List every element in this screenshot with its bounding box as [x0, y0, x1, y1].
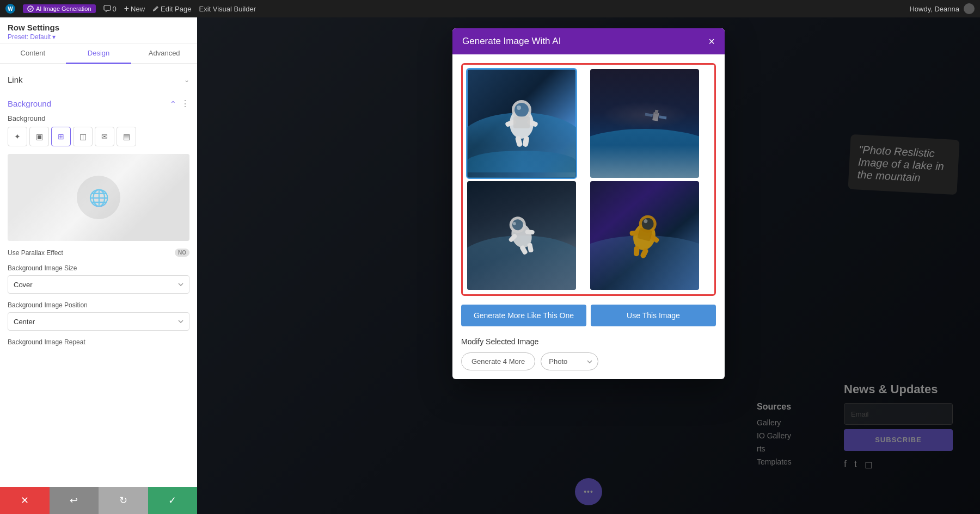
undo-button[interactable]: ↩ — [50, 487, 99, 514]
astronaut-4-svg — [616, 203, 672, 267]
modal-body: Generate More Like This One Use This Ima… — [452, 54, 725, 379]
exit-builder-button[interactable]: Exit Visual Builder — [199, 5, 256, 13]
bg-type-image[interactable]: ⊞ — [51, 127, 71, 146]
bg-type-pattern[interactable]: ✉ — [95, 127, 114, 146]
bg-type-color[interactable]: ▣ — [29, 127, 49, 146]
modal-actions: Generate More Like This One Use This Ima… — [461, 305, 716, 326]
tab-advanced[interactable]: Advanced — [131, 44, 197, 64]
modal-generate-image: Generate Image With AI × — [452, 28, 725, 379]
wordpress-logo[interactable]: W — [5, 4, 15, 14]
astronaut-3-svg — [495, 206, 548, 265]
image-grid — [467, 69, 710, 290]
modal-title: Generate Image With AI — [462, 36, 561, 47]
panel-body: Link ⌄ Background ⌃ ⋮ Background ✦ ▣ ⊞ ◫… — [0, 64, 197, 514]
image-size-label: Background Image Size — [8, 264, 189, 272]
panel-tabs: Content Design Advanced — [0, 44, 197, 64]
image-size-row: Background Image Size Cover — [8, 264, 189, 294]
astronaut-1-svg — [497, 94, 546, 153]
left-panel: Row Settings Preset: Default ▾ Content D… — [0, 17, 197, 514]
image-repeat-row: Background Image Repeat — [8, 338, 189, 346]
background-sublabel: Background — [8, 114, 189, 122]
new-button[interactable]: + New — [124, 4, 145, 14]
modify-section: Modify Selected Image Generate 4 More Ph… — [461, 337, 716, 370]
admin-bar-right: Howdy, Deanna — [909, 3, 975, 14]
background-section-header[interactable]: Background ⌃ ⋮ — [8, 93, 189, 114]
link-chevron-icon: ⌄ — [184, 76, 189, 84]
modify-title: Modify Selected Image — [461, 337, 716, 346]
generate-4-button[interactable]: Generate 4 More — [461, 352, 535, 370]
image-cell-1[interactable] — [467, 69, 576, 178]
link-section-title: Link — [8, 75, 23, 84]
bg-type-none[interactable]: ✦ — [8, 127, 27, 146]
parallax-toggle-row: Use Parallax Effect NO — [8, 249, 189, 257]
tab-content[interactable]: Content — [0, 44, 66, 64]
svg-rect-1 — [104, 5, 111, 10]
modify-controls: Generate 4 More Photo Illustration Paint… — [461, 352, 716, 370]
image-cell-2[interactable] — [590, 69, 699, 178]
link-section-header[interactable]: Link ⌄ — [8, 70, 189, 90]
svg-point-4 — [514, 103, 529, 117]
comments-link[interactable]: 0 — [103, 5, 117, 13]
edit-page-link[interactable]: Edit Page — [152, 5, 191, 13]
pencil-icon — [152, 5, 159, 12]
modal-close-button[interactable]: × — [708, 36, 715, 47]
redo-button[interactable]: ↻ — [99, 487, 148, 514]
image-cell-3[interactable] — [467, 181, 576, 290]
page-background: "Photo Reslistic Image of a lake in the … — [197, 17, 980, 514]
image-position-select[interactable]: Center — [8, 312, 189, 331]
admin-bar: W AI Image Generation 0 + New Edit Page … — [0, 0, 980, 17]
background-section-title: Background — [8, 99, 51, 108]
bg-type-video[interactable]: ▤ — [117, 127, 136, 146]
background-section: Background ⌃ ⋮ Background ✦ ▣ ⊞ ◫ ✉ ▤ — [8, 93, 189, 346]
bg-type-icons: ✦ ▣ ⊞ ◫ ✉ ▤ — [8, 127, 189, 146]
svg-rect-10 — [513, 116, 530, 128]
modal-overlay: Generate Image With AI × — [197, 17, 980, 514]
image-cell-4[interactable] — [590, 181, 699, 290]
image-repeat-label: Background Image Repeat — [8, 338, 189, 346]
preview-image-thumb: 🌐 — [77, 176, 120, 219]
avatar[interactable] — [964, 3, 975, 14]
image-position-label: Background Image Position — [8, 301, 189, 309]
ai-icon — [27, 5, 34, 12]
background-collapse-icon[interactable]: ⌃ — [170, 100, 176, 108]
parallax-toggle[interactable]: NO — [175, 249, 189, 257]
image-grid-container — [461, 63, 716, 296]
panel-title: Row Settings — [8, 23, 189, 32]
bg-type-gradient[interactable]: ◫ — [73, 127, 93, 146]
parallax-label: Use Parallax Effect — [8, 249, 63, 257]
tab-design[interactable]: Design — [66, 44, 132, 64]
main-content: "Photo Reslistic Image of a lake in the … — [197, 17, 980, 514]
use-image-button[interactable]: Use This Image — [591, 305, 716, 326]
svg-rect-20 — [527, 243, 534, 252]
comment-icon — [103, 5, 111, 13]
panel-header: Row Settings Preset: Default ▾ — [0, 17, 197, 44]
bottom-bar: ✕ ↩ ↻ ✓ — [0, 487, 197, 514]
bg-preview: 🌐 — [8, 154, 189, 241]
bg-preview-inner: 🌐 — [8, 154, 189, 241]
generate-more-button[interactable]: Generate More Like This One — [461, 305, 586, 326]
howdy-text: Howdy, Deanna — [909, 5, 959, 13]
image-position-row: Background Image Position Center — [8, 301, 189, 331]
cancel-button[interactable]: ✕ — [0, 487, 50, 514]
admin-bar-left: W AI Image Generation 0 + New Edit Page … — [5, 4, 909, 14]
background-more-icon[interactable]: ⋮ — [181, 98, 189, 109]
image-size-select[interactable]: Cover — [8, 275, 189, 294]
svg-rect-27 — [634, 246, 640, 256]
svg-point-5 — [517, 106, 521, 110]
ai-image-generation-link[interactable]: AI Image Generation — [23, 4, 96, 13]
modal-header: Generate Image With AI × — [452, 28, 725, 54]
save-button[interactable]: ✓ — [148, 487, 198, 514]
panel-preset[interactable]: Preset: Default ▾ — [8, 33, 189, 41]
style-select[interactable]: Photo Illustration Painting Sketch — [541, 352, 598, 370]
